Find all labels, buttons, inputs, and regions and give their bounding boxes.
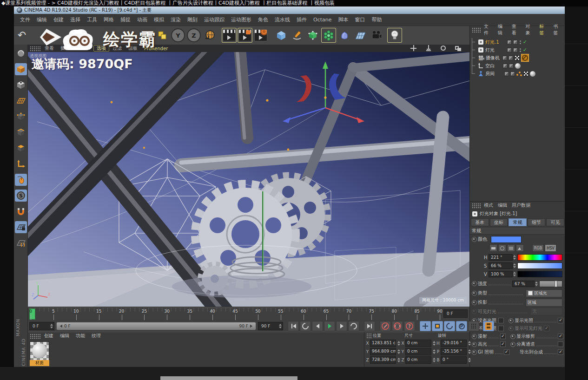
val-gradient-bar[interactable] (517, 271, 562, 277)
edges-mode-button[interactable] (15, 126, 27, 138)
key-parameter-button[interactable]: P (456, 321, 467, 331)
mat-menu-create[interactable]: 创建 (41, 333, 56, 339)
mat-menu-texture[interactable]: 纹理 (89, 333, 104, 339)
object-row-room[interactable]: 房间 (471, 70, 564, 78)
stepper[interactable] (432, 341, 436, 346)
next-frame-button[interactable] (336, 321, 347, 331)
no-light-checkbox[interactable] (498, 318, 504, 323)
tweak-mode-button[interactable] (15, 174, 27, 186)
enabled-check-icon[interactable]: ✓ (523, 39, 527, 45)
uv-mode-button[interactable] (15, 95, 27, 107)
shadow-dropdown[interactable]: 区域 (526, 299, 563, 307)
object-name[interactable]: 灯光.1 (485, 39, 499, 46)
stepper[interactable] (468, 357, 471, 363)
current-frame-box[interactable]: 0 F (29, 322, 54, 330)
panel-grid-icon[interactable] (472, 27, 482, 33)
keyframe-selection-button[interactable]: ? (404, 321, 415, 331)
layer-toggle-top[interactable] (507, 48, 512, 52)
stepper[interactable] (397, 349, 400, 354)
menu-help[interactable]: 帮助 (369, 16, 385, 23)
material-tag-icon[interactable] (530, 71, 535, 77)
key-position-button[interactable] (420, 321, 431, 331)
hue-stepper[interactable] (513, 255, 516, 260)
rotation-h-field[interactable]: -29.016 ° (441, 340, 467, 347)
intensity-value[interactable]: 67 % (512, 281, 535, 287)
play-loop-button[interactable] (348, 321, 359, 331)
rgb-mode-button[interactable]: RGB (532, 244, 544, 252)
rotation-b-field[interactable]: 0 ° (441, 356, 467, 364)
type-key-radio[interactable] (472, 291, 477, 296)
vp-menu-prorender[interactable]: ProRender (141, 46, 171, 51)
panel-grid-icon[interactable] (30, 46, 41, 51)
menu-pipeline[interactable]: 流水线 (271, 16, 293, 23)
make-editable-button[interactable] (15, 47, 27, 59)
pan-view-icon[interactable] (410, 45, 423, 51)
menu-tools[interactable]: 工具 (84, 16, 100, 23)
render-settings-button[interactable] (253, 28, 268, 43)
panel-grid-icon[interactable] (472, 203, 482, 208)
material-name-label[interactable]: 材质 (30, 360, 49, 366)
menu-character[interactable]: 角色 (255, 16, 271, 23)
stepper[interactable] (468, 349, 471, 354)
picker-mode-button[interactable] (516, 244, 524, 252)
spline-pen-button[interactable] (290, 28, 304, 43)
am-menu-mode[interactable]: 模式 (482, 202, 496, 209)
spectrum-mode-button[interactable] (507, 244, 515, 252)
tab-coord[interactable]: 坐标 (490, 218, 508, 226)
specular-checkbox[interactable] (500, 341, 506, 347)
sat-stepper[interactable] (513, 263, 516, 269)
texture-mode-button[interactable] (15, 79, 27, 91)
play-button[interactable] (324, 321, 335, 331)
om-menu-file[interactable]: 文件 (482, 23, 496, 36)
points-mode-button[interactable] (15, 111, 27, 123)
menu-edit[interactable]: 编辑 (33, 16, 50, 23)
magnet-button[interactable] (15, 205, 27, 217)
scene-render[interactable] (28, 52, 469, 307)
bottom-scrollbar[interactable] (160, 376, 297, 380)
specular-radio[interactable] (472, 342, 477, 347)
om-menu-objects[interactable]: 对象 (523, 23, 537, 36)
primitive-cube-button[interactable] (274, 28, 289, 43)
undo-button[interactable]: ↶ (14, 28, 29, 43)
vp-menu-display[interactable]: 显示 (78, 45, 93, 52)
subdivision-surface-button[interactable] (305, 28, 320, 43)
autokey-button[interactable] (392, 321, 403, 331)
layer-toggle-top[interactable] (503, 64, 508, 68)
mat-menu-edit[interactable]: 编辑 (57, 333, 72, 339)
play-reverse-loop-button[interactable] (300, 321, 311, 331)
vp-menu-filter[interactable]: 过滤 (109, 45, 125, 52)
zoom-view-icon[interactable] (425, 45, 438, 51)
timeline-ticks[interactable]: 051015202530354045505560657075808590 (28, 308, 443, 320)
snap-button[interactable]: S (15, 190, 27, 202)
frame-stepper[interactable] (50, 323, 53, 329)
goto-start-button[interactable] (288, 321, 299, 331)
polygons-mode-button[interactable] (15, 142, 27, 154)
hsv-mode-button[interactable]: HSV (545, 244, 556, 252)
menu-snap[interactable]: 捕捉 (117, 16, 134, 23)
key-scale-button[interactable] (432, 321, 443, 331)
menu-animate[interactable]: 动画 (134, 16, 151, 23)
record-keyframe-button[interactable] (380, 321, 391, 331)
vp-menu-panel[interactable]: 面板 (125, 45, 141, 52)
visibility-dots[interactable] (520, 48, 521, 52)
show-illum-radio[interactable] (509, 318, 514, 323)
show-clipping-radio[interactable] (510, 334, 515, 339)
hue-gradient-bar[interactable] (517, 254, 562, 261)
gi-radio[interactable] (472, 350, 477, 355)
workplane-mode-button[interactable] (15, 221, 27, 233)
ruler-frame-box[interactable]: 0 F (443, 309, 468, 318)
selection-tool-button[interactable] (155, 28, 170, 43)
vp-menu-cameras[interactable]: 摄像机 (57, 45, 78, 52)
field-object-button[interactable] (337, 28, 352, 43)
object-row-light1[interactable]: 灯光.1 ✓ (471, 38, 564, 46)
object-row-null[interactable]: 空白 (471, 62, 564, 70)
layer-toggle-bottom[interactable] (509, 56, 513, 60)
protection-tag-icon[interactable] (521, 54, 529, 62)
axis-mode-button[interactable] (15, 158, 27, 170)
position-z-field[interactable]: 728.309 cm (370, 356, 396, 364)
render-picture-viewer-button[interactable] (238, 28, 252, 43)
visibility-dots[interactable] (520, 40, 521, 44)
object-name[interactable]: 空白 (485, 63, 495, 69)
enabled-check-icon[interactable]: ✓ (523, 47, 527, 53)
export-comp-checkbox[interactable] (558, 349, 563, 355)
